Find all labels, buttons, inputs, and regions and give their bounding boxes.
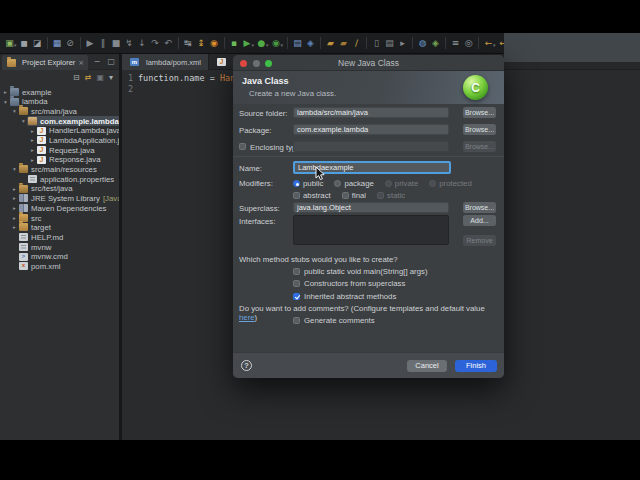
tree-item-mvnw[interactable]: mvnw <box>0 242 119 252</box>
focus-view-icon[interactable]: ▣ <box>96 72 104 84</box>
cancel-button[interactable]: Cancel <box>407 360 447 372</box>
pin-console-icon[interactable]: ↨ <box>195 36 208 51</box>
generate-comments-checkbox[interactable] <box>293 317 300 324</box>
interfaces-add-button[interactable]: Add... <box>463 215 496 226</box>
tree-item-com-example-lambda[interactable]: ▾com.example.lambda <box>0 116 119 126</box>
comments-here-link[interactable]: here <box>239 313 255 322</box>
checkbox-constructors-from-superclass[interactable] <box>293 280 300 287</box>
expand-collapsed-icon[interactable]: ▸ <box>29 137 36 143</box>
expand-collapsed-icon[interactable]: ▸ <box>11 186 18 192</box>
bookmark-icon[interactable]: ▸ <box>396 36 409 51</box>
editor-tab-lambda-pom-xml[interactable]: lambda/pom.xml <box>122 54 209 70</box>
expand-collapsed-icon[interactable]: ▸ <box>11 215 18 221</box>
tasks-icon[interactable]: ▯ <box>370 36 383 51</box>
modifier-option-abstract[interactable]: abstract <box>293 191 331 200</box>
collapse-all-icon[interactable]: ⊟ <box>73 72 80 84</box>
suspend-icon[interactable]: ‖ <box>97 36 110 51</box>
dropdown-caret-icon[interactable]: ▾ <box>14 42 17 48</box>
expand-collapsed-icon[interactable]: ▸ <box>29 128 36 134</box>
expand-collapsed-icon[interactable]: ▸ <box>29 147 36 153</box>
checkbox-final[interactable] <box>342 192 349 199</box>
terminate-debug-icon[interactable]: ■ <box>110 36 123 51</box>
interfaces-list[interactable] <box>293 215 449 245</box>
dropdown-caret-icon[interactable]: ▾ <box>493 42 496 48</box>
tree-item-response-java[interactable]: ▸Response.java <box>0 155 119 165</box>
profile-icon[interactable]: ◈ <box>429 36 442 51</box>
radio-package[interactable] <box>334 180 341 187</box>
expand-collapsed-icon[interactable]: ▸ <box>11 205 18 211</box>
expand-expanded-icon[interactable]: ▾ <box>11 166 18 172</box>
minimize-window-icon[interactable] <box>253 60 260 67</box>
tree-item-help-md[interactable]: HELP.md <box>0 232 119 242</box>
tree-item-src-test-java[interactable]: ▸src/test/java <box>0 184 119 194</box>
step-over-icon[interactable]: ↷ <box>149 36 162 51</box>
generate-comments-option[interactable]: Generate comments <box>293 315 375 325</box>
expand-collapsed-icon[interactable]: ▸ <box>2 89 9 95</box>
new-package-icon[interactable]: ◈ <box>304 36 317 51</box>
superclass-browse-button[interactable]: Browse... <box>463 202 496 213</box>
superclass-input[interactable]: java.lang.Object <box>293 202 449 213</box>
dropdown-caret-icon[interactable]: ▾ <box>281 42 284 48</box>
view-menu-icon[interactable]: ▾ <box>109 72 113 84</box>
expand-collapsed-icon[interactable]: ▸ <box>11 195 18 201</box>
tree-item-example[interactable]: ▸example <box>0 87 119 97</box>
new-java-project-icon[interactable]: ▤ <box>291 36 304 51</box>
checkbox-abstract[interactable] <box>293 192 300 199</box>
modifier-option-package[interactable]: package <box>334 179 373 188</box>
save-all-icon[interactable]: ◪ <box>31 36 44 51</box>
tree-item-lambda[interactable]: ▾lambda <box>0 97 119 107</box>
source-folder-input[interactable]: lambda/src/main/java <box>293 107 449 118</box>
tree-item-jre-system-library[interactable]: ▸JRE System Library[JavaSE-1.8] <box>0 194 119 204</box>
resume-icon[interactable]: ▶ <box>84 36 97 51</box>
step-filters-icon[interactable]: ↹ <box>182 36 195 51</box>
tree-item-src-main-java[interactable]: ▾src/main/java <box>0 106 119 116</box>
checkbox-public-static-void-main-string-args[interactable] <box>293 268 300 275</box>
close-tab-icon[interactable]: × <box>78 59 84 67</box>
disconnect-icon[interactable]: ↯ <box>123 36 136 51</box>
external-tools-icon[interactable]: ◍ <box>416 36 429 51</box>
expand-expanded-icon[interactable]: ▾ <box>11 108 18 114</box>
step-return-icon[interactable]: ↶ <box>162 36 175 51</box>
hierarchy-icon[interactable]: ≡ <box>449 36 462 51</box>
tree-item-mvnw-cmd[interactable]: mvnw.cmd <box>0 252 119 262</box>
dropdown-caret-icon[interactable]: ▾ <box>252 42 255 48</box>
step-into-icon[interactable]: ↓ <box>136 36 149 51</box>
tree-item-request-java[interactable]: ▸Request.java <box>0 145 119 155</box>
package-browse-button[interactable]: Browse... <box>463 124 496 135</box>
close-window-icon[interactable] <box>240 60 247 67</box>
package-input[interactable]: com.example.lambda <box>293 124 449 135</box>
radio-public[interactable] <box>293 180 300 187</box>
tree-item-maven-dependencies[interactable]: ▸Maven Dependencies <box>0 203 119 213</box>
maximize-view-icon[interactable]: ▢ <box>107 56 115 68</box>
tree-item-target[interactable]: ▸target <box>0 223 119 233</box>
source-folder-browse-button[interactable]: Browse... <box>463 107 496 118</box>
minimize-view-icon[interactable]: − <box>94 56 101 68</box>
stub-option-public-static-void-main-string-args[interactable]: public static void main(String[] args) <box>293 266 428 276</box>
dialog-titlebar[interactable]: New Java Class <box>233 55 504 71</box>
expand-collapsed-icon[interactable]: ▸ <box>11 224 18 230</box>
link-with-editor-icon[interactable]: ⇄ <box>85 72 92 84</box>
annotate-icon[interactable]: ∕ <box>350 36 363 51</box>
tree-item-lambdaapplication-java[interactable]: ▸LambdaApplication.java <box>0 135 119 145</box>
tree-item-application-properties[interactable]: application.properties <box>0 174 119 184</box>
finish-button[interactable]: Finish <box>455 360 497 372</box>
tree-item-src-main-resources[interactable]: ▾src/main/resources <box>0 165 119 175</box>
stub-option-constructors-from-superclass[interactable]: Constructors from superclass <box>293 279 405 289</box>
modifier-option-final[interactable]: final <box>342 191 366 200</box>
zoom-window-icon[interactable] <box>265 60 272 67</box>
checkbox-inherited-abstract-methods[interactable] <box>293 293 300 300</box>
open-perspective-icon[interactable]: ▦ <box>51 36 64 51</box>
console-icon[interactable]: ▤ <box>383 36 396 51</box>
tab-project-explorer[interactable]: Project Explorer × <box>2 55 88 70</box>
spring-boot-icon[interactable]: ◉ <box>208 36 221 51</box>
terminate-icon[interactable]: ⊘ <box>64 36 77 51</box>
tree-item-handlerlambda-java[interactable]: ▸HandlerLambda.java <box>0 126 119 136</box>
stub-option-inherited-abstract-methods[interactable]: Inherited abstract methods <box>293 291 396 301</box>
tree-item-pom-xml[interactable]: pom.xml <box>0 261 119 271</box>
dropdown-caret-icon[interactable]: ▾ <box>266 42 269 48</box>
help-button[interactable]: ? <box>241 360 252 371</box>
import-icon[interactable]: ▰ <box>337 36 350 51</box>
expand-collapsed-icon[interactable]: ▸ <box>29 157 36 163</box>
debug-icon[interactable]: ▪ <box>228 36 241 51</box>
open-type-icon[interactable]: ▰ <box>324 36 337 51</box>
